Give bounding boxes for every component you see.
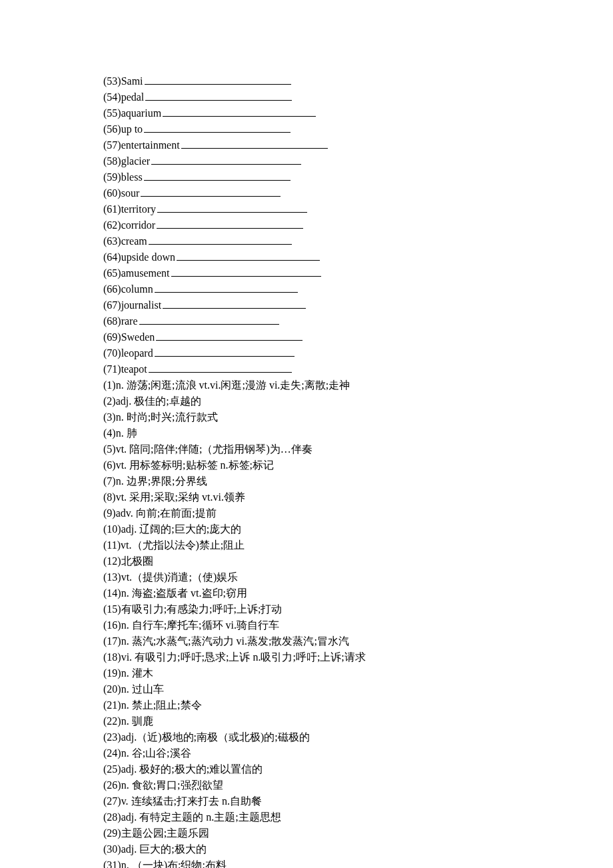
vocab-label: (65)amusement bbox=[103, 267, 170, 279]
vocab-label: (58)glacier bbox=[103, 155, 150, 167]
vocab-blank-line: (59)bless bbox=[103, 169, 510, 185]
fill-blank bbox=[144, 169, 291, 181]
vocab-blank-line: (65)amusement bbox=[103, 265, 510, 281]
definition-line: (8)vt. 采用;采取;采纳 vt.vi.领养 bbox=[103, 489, 510, 505]
definition-line: (16)n. 自行车;摩托车;循环 vi.骑自行车 bbox=[103, 617, 510, 633]
fill-blank bbox=[141, 185, 281, 197]
vocab-label: (66)column bbox=[103, 283, 153, 295]
vocab-label: (71)teapot bbox=[103, 363, 147, 375]
fill-blank bbox=[155, 345, 295, 357]
vocab-label: (59)bless bbox=[103, 171, 143, 183]
vocab-blank-line: (57)entertainment bbox=[103, 137, 510, 153]
definition-line: (22)n. 驯鹿 bbox=[103, 713, 510, 729]
fill-blank bbox=[157, 217, 303, 229]
definition-line: (28)adj. 有特定主题的 n.主题;主题思想 bbox=[103, 809, 510, 825]
definition-line: (20)n. 过山车 bbox=[103, 681, 510, 697]
fill-blank bbox=[151, 153, 301, 165]
fill-blank bbox=[139, 313, 279, 325]
definition-line: (7)n. 边界;界限;分界线 bbox=[103, 473, 510, 489]
vocab-blank-line: (56)up to bbox=[103, 121, 510, 137]
vocab-blank-line: (67)journalist bbox=[103, 297, 510, 313]
definition-line: (21)n. 禁止;阻止;禁令 bbox=[103, 697, 510, 713]
vocab-blank-line: (68)rare bbox=[103, 313, 510, 329]
fill-blank bbox=[149, 361, 292, 373]
vocab-blank-line: (71)teapot bbox=[103, 361, 510, 377]
vocab-label: (68)rare bbox=[103, 315, 138, 327]
vocab-label: (67)journalist bbox=[103, 299, 161, 311]
fill-blank bbox=[171, 265, 321, 277]
vocab-label: (54)pedal bbox=[103, 91, 144, 103]
definition-line: (18)vi. 有吸引力;呼吁;恳求;上诉 n.吸引力;呼吁;上诉;请求 bbox=[103, 649, 510, 665]
fill-blank bbox=[144, 121, 291, 133]
definition-line: (13)vt.（提供)消遣;（使)娱乐 bbox=[103, 569, 510, 585]
definition-line: (6)vt. 用标签标明;贴标签 n.标签;标记 bbox=[103, 457, 510, 473]
vocab-label: (56)up to bbox=[103, 123, 143, 135]
vocab-label: (70)leopard bbox=[103, 347, 153, 359]
definition-line: (11)vt.（尤指以法令)禁止;阻止 bbox=[103, 537, 510, 553]
vocab-label: (55)aquarium bbox=[103, 107, 161, 119]
vocab-blank-line: (62)corridor bbox=[103, 217, 510, 233]
vocab-label: (53)Sami bbox=[103, 75, 143, 87]
definition-line: (5)vt. 陪同;陪伴;伴随;（尤指用钢琴)为…伴奏 bbox=[103, 441, 510, 457]
vocab-blank-line: (70)leopard bbox=[103, 345, 510, 361]
definition-line: (14)n. 海盗;盗版者 vt.盗印;窃用 bbox=[103, 585, 510, 601]
definition-line: (27)v. 连续猛击;打来打去 n.自助餐 bbox=[103, 793, 510, 809]
definition-line: (17)n. 蒸汽;水蒸气;蒸汽动力 vi.蒸发;散发蒸汽;冒水汽 bbox=[103, 633, 510, 649]
fill-blank bbox=[181, 137, 328, 149]
vocab-label: (64)upside down bbox=[103, 251, 175, 263]
vocab-blank-line: (61)territory bbox=[103, 201, 510, 217]
vocab-blank-line: (60)sour bbox=[103, 185, 510, 201]
vocab-label: (63)cream bbox=[103, 235, 147, 247]
definition-line: (12)北极圈 bbox=[103, 553, 510, 569]
fill-blank bbox=[145, 89, 292, 101]
definition-line: (29)主题公园;主题乐园 bbox=[103, 825, 510, 841]
vocab-blank-line: (64)upside down bbox=[103, 249, 510, 265]
vocab-label: (69)Sweden bbox=[103, 331, 155, 343]
vocab-blank-line: (53)Sami bbox=[103, 73, 510, 89]
vocab-label: (62)corridor bbox=[103, 219, 155, 231]
definition-line: (15)有吸引力;有感染力;呼吁;上诉;打动 bbox=[103, 601, 510, 617]
definition-line: (26)n. 食欲;胃口;强烈欲望 bbox=[103, 777, 510, 793]
fill-blank bbox=[163, 105, 316, 117]
definition-line: (3)n. 时尚;时兴;流行款式 bbox=[103, 409, 510, 425]
definition-line: (31)n. （一块)布;织物;布料 bbox=[103, 857, 510, 868]
vocab-label: (61)territory bbox=[103, 203, 156, 215]
fill-blank bbox=[157, 201, 307, 213]
definition-line: (10)adj. 辽阔的;巨大的;庞大的 bbox=[103, 521, 510, 537]
fill-blank bbox=[177, 249, 320, 261]
definition-line: (9)adv. 向前;在前面;提前 bbox=[103, 505, 510, 521]
definition-line: (4)n. 肺 bbox=[103, 425, 510, 441]
vocab-blank-line: (66)column bbox=[103, 281, 510, 297]
vocab-blank-line: (58)glacier bbox=[103, 153, 510, 169]
definition-line: (1)n. 游荡;闲逛;流浪 vt.vi.闲逛;漫游 vi.走失;离散;走神 bbox=[103, 377, 510, 393]
definition-line: (19)n. 灌木 bbox=[103, 665, 510, 681]
fill-blank bbox=[163, 297, 306, 309]
fill-blank bbox=[149, 233, 292, 245]
vocab-blank-line: (63)cream bbox=[103, 233, 510, 249]
definition-line: (24)n. 谷;山谷;溪谷 bbox=[103, 745, 510, 761]
definition-line: (23)adj.（近)极地的;南极（或北极)的;磁极的 bbox=[103, 729, 510, 745]
vocab-blank-line: (55)aquarium bbox=[103, 105, 510, 121]
definition-line: (25)adj. 极好的;极大的;难以置信的 bbox=[103, 761, 510, 777]
definition-line: (2)adj. 极佳的;卓越的 bbox=[103, 393, 510, 409]
fill-blank bbox=[156, 329, 303, 341]
vocab-label: (57)entertainment bbox=[103, 139, 180, 151]
fill-blank bbox=[155, 281, 298, 293]
definition-line: (30)adj. 巨大的;极大的 bbox=[103, 841, 510, 857]
vocab-blank-line: (54)pedal bbox=[103, 89, 510, 105]
vocab-label: (60)sour bbox=[103, 187, 139, 199]
vocab-blank-line: (69)Sweden bbox=[103, 329, 510, 345]
fill-blank bbox=[145, 73, 291, 85]
